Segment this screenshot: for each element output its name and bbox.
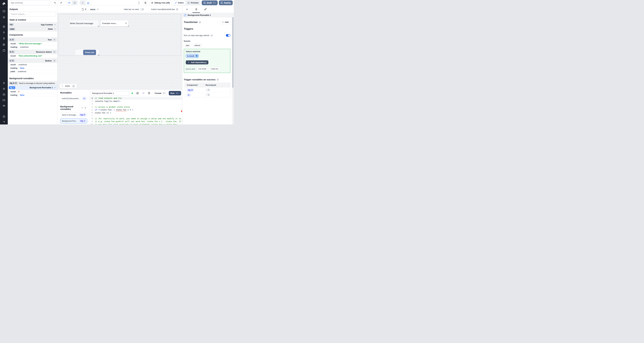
- quick-add-state-foo-chip[interactable]: +state.foo: [209, 67, 220, 71]
- debug-runs-button[interactable]: Debug runs (26): [149, 0, 172, 5]
- code-line[interactable]: 6state.foo += 1: [90, 111, 182, 114]
- bg1-badge[interactable]: bg_1: [9, 86, 15, 89]
- search-outputs-input[interactable]: [9, 12, 56, 16]
- event-chip-start[interactable]: start: [184, 44, 191, 47]
- redo-button[interactable]: [58, 1, 64, 5]
- app-summary-input[interactable]: [9, 0, 50, 5]
- runnable-item-bg0[interactable]: Send a message... bg_0: [60, 112, 87, 117]
- more-menu-kebab-icon[interactable]: [138, 2, 140, 4]
- add-background-runnable-button[interactable]: [84, 106, 87, 110]
- press-me-button[interactable]: Press me: [83, 50, 96, 55]
- zoom-in-button[interactable]: +: [72, 84, 75, 88]
- resize-handle[interactable]: [128, 26, 129, 27]
- code-line[interactable]: 5if (!state.foo) { state.foo = 0 }: [90, 108, 182, 111]
- text-component[interactable]: Write Discord message:: [70, 20, 99, 26]
- resources-boxes-icon[interactable]: [2, 43, 5, 46]
- run-button[interactable]: Run ⌘↵: [169, 91, 181, 96]
- component-badge[interactable]: bg_0: [187, 88, 194, 92]
- resize-handle[interactable]: [98, 54, 99, 56]
- chevron-up-icon[interactable]: [54, 86, 56, 88]
- delete-trash-icon[interactable]: [148, 92, 150, 94]
- app-grid-container[interactable]: Write Discord message: Example resou... …: [58, 14, 181, 56]
- clear-selection-x-icon[interactable]: [125, 22, 127, 24]
- resize-handle[interactable]: [98, 26, 99, 27]
- variables-dollar-icon[interactable]: [2, 37, 5, 40]
- button-component[interactable]: Press me: [76, 50, 99, 55]
- run-on-start-toggle[interactable]: [226, 34, 230, 37]
- chevron-down-icon[interactable]: [54, 28, 56, 30]
- desktop-view-button[interactable]: [85, 1, 91, 5]
- recompute-toggle[interactable]: [206, 89, 210, 91]
- zoom-out-button[interactable]: −: [61, 84, 63, 88]
- recompute-toggle[interactable]: [206, 94, 210, 96]
- refresh-count-button[interactable]: 1: [80, 7, 88, 12]
- code-line[interactable]: 9// e.g: state.foo.push(1) will not work…: [90, 120, 182, 123]
- right-panel-scrollbar[interactable]: [232, 17, 234, 124]
- expand-rail-arrow-icon[interactable]: [2, 120, 5, 123]
- component-b-badge[interactable]: b: [9, 50, 14, 53]
- runs-play-icon[interactable]: [2, 31, 5, 34]
- scrollbar-thumb[interactable]: [232, 17, 234, 88]
- chevron-up-icon[interactable]: [53, 59, 56, 62]
- component-c-badge[interactable]: c: [9, 59, 14, 62]
- event-chip-refresh[interactable]: refresh: [192, 44, 202, 47]
- runnable-item-hub[interactable]: hub/1511/discord/se... c: [60, 96, 87, 101]
- centered-layout-button[interactable]: [66, 1, 72, 5]
- output-row-ctx[interactable]: ctx App Context: [8, 22, 57, 27]
- hide-bar-toggle[interactable]: [140, 8, 144, 10]
- code-line[interactable]: 3: [90, 102, 182, 106]
- code-line[interactable]: 1// read outputs and ctx: [90, 97, 182, 100]
- resource-select-component[interactable]: Example resou...: [100, 20, 129, 26]
- output-row-state[interactable]: state State: [8, 27, 57, 31]
- deploy-button[interactable]: Deploy: [219, 0, 233, 5]
- tab-editor[interactable]: Editor: [173, 0, 186, 5]
- schedule-mode-dropdown[interactable]: once: [90, 8, 99, 10]
- output-row-c[interactable]: c Button: [8, 58, 57, 63]
- tab-preview[interactable]: Preview: [186, 0, 200, 5]
- users-icon[interactable]: [2, 82, 5, 84]
- remove-watched-value-x-icon[interactable]: ✕: [195, 54, 198, 57]
- code-line[interactable]: 8// for reactivity to work, you need to …: [90, 117, 182, 120]
- tab-component-settings[interactable]: [192, 6, 201, 13]
- app-canvas[interactable]: Write Discord message: Example resou... …: [58, 13, 182, 90]
- output-row-b[interactable]: b Resource Select: [8, 50, 57, 54]
- runnable-item-bg1-selected[interactable]: Background Run... bg_1: [60, 118, 87, 124]
- tab-styling-brush[interactable]: [201, 6, 210, 13]
- draft-button[interactable]: Draft ⌘S: [202, 0, 218, 5]
- windmill-logo[interactable]: [0, 0, 8, 8]
- chevron-down-icon[interactable]: [54, 24, 56, 26]
- code-lines[interactable]: 1// read outputs and ctx2console.log(ctx…: [90, 97, 182, 124]
- mobile-view-button[interactable]: [80, 1, 85, 5]
- output-row-bg1[interactable]: bg_1 Background Runnable 1: [8, 86, 57, 90]
- quick-add-ctx-email-chip[interactable]: +ctx.email: [197, 67, 208, 71]
- add-transformer-button[interactable]: Add: [220, 20, 230, 24]
- chevron-up-icon[interactable]: [53, 38, 56, 41]
- ctx-badge[interactable]: ctx: [9, 23, 14, 26]
- format-button[interactable]: Format ⌘S: [153, 91, 168, 96]
- ai-wand-icon[interactable]: [142, 92, 144, 94]
- code-line[interactable]: 2console.log(ctx.email): [90, 100, 182, 103]
- full-width-button[interactable]: [72, 1, 77, 5]
- help-icon[interactable]: [2, 115, 5, 118]
- code-line[interactable]: 4// access a global state store: [90, 106, 182, 108]
- code-line[interactable]: 7: [90, 114, 182, 117]
- output-row-bg0[interactable]: bg_0 Send a message to discord using web…: [8, 81, 57, 86]
- workers-toolbox-icon[interactable]: [2, 93, 5, 96]
- output-row-a[interactable]: a Text: [8, 38, 57, 42]
- tab-insert-component[interactable]: [182, 6, 192, 13]
- docs-book-button[interactable]: [142, 0, 148, 5]
- undo-button[interactable]: [52, 1, 58, 5]
- watched-value-chip[interactable]: b.result ✕: [186, 54, 199, 58]
- settings-gear-icon[interactable]: [2, 87, 5, 90]
- home-icon[interactable]: [2, 25, 5, 28]
- state-badge[interactable]: state: [9, 28, 15, 30]
- runnable-name-input[interactable]: [91, 91, 130, 96]
- code-line[interactable]: 10// you may also just reassign as next …: [90, 123, 182, 124]
- apps-icon[interactable]: [2, 10, 5, 13]
- chevron-up-icon[interactable]: [53, 50, 56, 53]
- schedules-calendar-icon[interactable]: [2, 49, 5, 52]
- component-a-badge[interactable]: a: [9, 38, 14, 41]
- cache-database-icon[interactable]: [136, 92, 139, 94]
- bg0-badge[interactable]: bg_0: [9, 82, 18, 84]
- folders-icon[interactable]: [2, 99, 5, 102]
